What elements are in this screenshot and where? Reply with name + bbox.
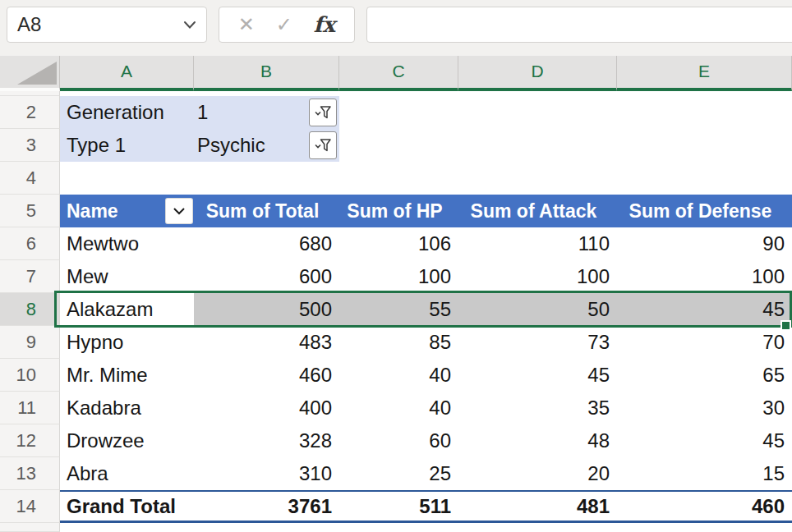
cell-attack[interactable]: 110: [458, 227, 617, 260]
row-header-14[interactable]: 14: [0, 490, 60, 523]
cell-defense[interactable]: 30: [617, 392, 792, 424]
cell-name[interactable]: Kadabra: [60, 392, 194, 424]
row-header-15[interactable]: [0, 523, 60, 532]
column-header-b[interactable]: B: [194, 56, 339, 91]
filter-generation-dropdown-button[interactable]: [309, 99, 337, 126]
cell-attack[interactable]: 45: [458, 359, 617, 392]
cell-attack[interactable]: 100: [458, 260, 617, 293]
cell-defense[interactable]: 45: [617, 424, 792, 457]
cell-attack[interactable]: 50: [458, 293, 617, 326]
cell-hp[interactable]: 40: [339, 392, 458, 424]
cell-defense[interactable]: 15: [617, 457, 792, 490]
fx-icon[interactable]: fx: [313, 14, 335, 35]
cell-hp[interactable]: 100: [339, 260, 458, 293]
column-header-e[interactable]: E: [617, 56, 792, 91]
cell-name[interactable]: Mew: [60, 260, 194, 293]
confirm-icon[interactable]: ✓: [276, 15, 292, 34]
cell-hp[interactable]: 60: [339, 424, 458, 457]
cell[interactable]: [458, 129, 617, 162]
row-header-5[interactable]: 5: [0, 195, 60, 227]
pivot-header-hp[interactable]: Sum of HP: [339, 195, 458, 227]
cell-total[interactable]: 400: [194, 392, 339, 424]
cell-name[interactable]: Drowzee: [60, 424, 194, 457]
cell-defense[interactable]: 70: [617, 326, 792, 359]
cell[interactable]: [194, 523, 339, 532]
row-header-6[interactable]: 6: [0, 227, 60, 260]
row-header-11[interactable]: 11: [0, 392, 60, 424]
cell-attack[interactable]: 20: [458, 457, 617, 490]
row-header-8[interactable]: 8: [0, 293, 60, 326]
cell-defense[interactable]: 90: [617, 227, 792, 260]
cell[interactable]: [60, 523, 194, 532]
cell-total[interactable]: 483: [194, 326, 339, 359]
grand-total-attack[interactable]: 481: [458, 490, 617, 523]
row-header-13[interactable]: 13: [0, 457, 60, 490]
cell[interactable]: [60, 162, 194, 195]
filter-type1-value[interactable]: Psychic: [194, 129, 339, 162]
column-header-c[interactable]: C: [339, 56, 458, 91]
row-header-9[interactable]: 9: [0, 326, 60, 359]
cell[interactable]: [339, 129, 458, 162]
cell[interactable]: [458, 523, 617, 532]
name-box-chevron-down-icon[interactable]: [183, 21, 196, 30]
name-box[interactable]: A8: [7, 7, 207, 43]
cell[interactable]: [339, 96, 458, 129]
formula-input[interactable]: [366, 7, 792, 43]
grand-total-defense[interactable]: 460: [617, 490, 792, 523]
row-header-4[interactable]: 4: [0, 162, 60, 195]
cell-hp[interactable]: 106: [339, 227, 458, 260]
cell-total[interactable]: 600: [194, 260, 339, 293]
filter-generation-label[interactable]: Generation: [60, 96, 194, 129]
pivot-header-attack[interactable]: Sum of Attack: [458, 195, 617, 227]
cell-name[interactable]: Mewtwo: [60, 227, 194, 260]
cancel-icon[interactable]: ✕: [238, 15, 255, 34]
cell-name[interactable]: Abra: [60, 457, 194, 490]
cell-attack[interactable]: 35: [458, 392, 617, 424]
active-cell-name[interactable]: Alakazam: [60, 293, 194, 326]
select-all-corner[interactable]: [0, 56, 60, 91]
column-header-a[interactable]: A: [60, 56, 194, 91]
column-header-d[interactable]: D: [458, 56, 617, 91]
cell-defense[interactable]: 65: [617, 359, 792, 392]
pivot-header-total[interactable]: Sum of Total: [194, 195, 339, 227]
cell[interactable]: [339, 162, 458, 195]
cell-name[interactable]: Mr. Mime: [60, 359, 194, 392]
cell[interactable]: [617, 96, 792, 129]
cell-hp[interactable]: 55: [339, 293, 458, 326]
grand-total-label[interactable]: Grand Total: [60, 490, 194, 523]
cell-defense[interactable]: 100: [617, 260, 792, 293]
grand-total-total[interactable]: 3761: [194, 490, 339, 523]
row-header-7[interactable]: 7: [0, 260, 60, 293]
cell-defense[interactable]: 45: [617, 293, 792, 326]
cell-total[interactable]: 328: [194, 424, 339, 457]
row-header-3[interactable]: 3: [0, 129, 60, 162]
pivot-header-name[interactable]: Name: [60, 195, 194, 227]
cell-total[interactable]: 500: [194, 293, 339, 326]
cell-total[interactable]: 680: [194, 227, 339, 260]
cell-total[interactable]: 460: [194, 359, 339, 392]
row-header-12[interactable]: 12: [0, 424, 60, 457]
cell[interactable]: [617, 523, 792, 532]
cell-hp[interactable]: 25: [339, 457, 458, 490]
grand-total-hp[interactable]: 511: [339, 490, 458, 523]
filter-generation-value[interactable]: 1: [194, 96, 339, 129]
cell-attack[interactable]: 48: [458, 424, 617, 457]
cell[interactable]: [458, 96, 617, 129]
row-header-2[interactable]: 2: [0, 96, 60, 129]
row-header-10[interactable]: 10: [0, 359, 60, 392]
cell-attack[interactable]: 73: [458, 326, 617, 359]
name-field-dropdown-button[interactable]: [166, 199, 192, 223]
cell[interactable]: [339, 523, 458, 532]
fill-handle[interactable]: [780, 320, 791, 331]
pivot-header-defense[interactable]: Sum of Defense: [617, 195, 792, 227]
cell[interactable]: [194, 162, 339, 195]
cell-hp[interactable]: 40: [339, 359, 458, 392]
cell-hp[interactable]: 85: [339, 326, 458, 359]
cell[interactable]: [617, 129, 792, 162]
cell[interactable]: [458, 162, 617, 195]
filter-type1-label[interactable]: Type 1: [60, 129, 194, 162]
cell-total[interactable]: 310: [194, 457, 339, 490]
cell[interactable]: [617, 162, 792, 195]
cell-name[interactable]: Hypno: [60, 326, 194, 359]
filter-type1-dropdown-button[interactable]: [309, 131, 337, 159]
